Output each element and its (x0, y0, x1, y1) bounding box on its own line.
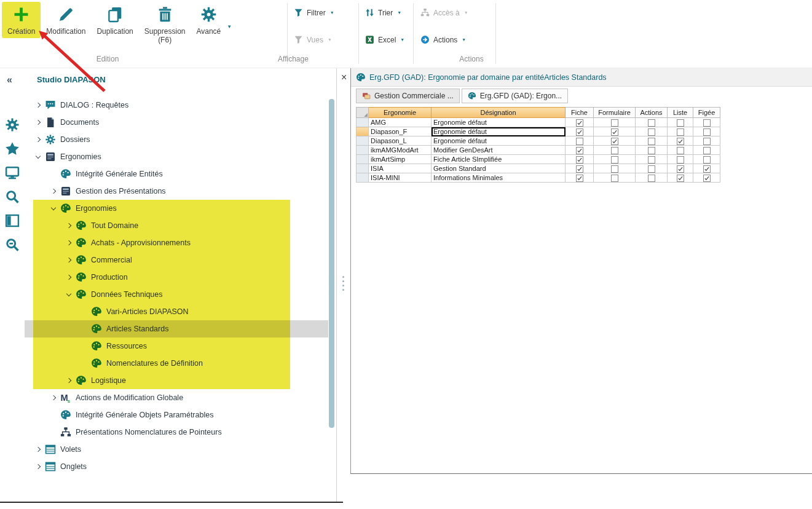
checkbox-checked[interactable] (611, 128, 618, 136)
tree-item-volets[interactable]: Volets (25, 441, 328, 458)
collapse-panel-button[interactable]: « (7, 74, 12, 85)
cell-liste[interactable] (668, 127, 693, 136)
splitter-grip[interactable] (342, 276, 344, 278)
row-selector[interactable] (357, 173, 369, 183)
cell-ergonomie[interactable]: ISIA (369, 164, 432, 173)
sidebar-layout-button[interactable] (5, 213, 20, 228)
tree-item-gestion-des-pr-sentations[interactable]: Gestion des Présentations (25, 183, 328, 200)
modification-button[interactable]: Modification (41, 2, 91, 38)
checkbox-checked[interactable] (576, 165, 583, 173)
column-header-actions[interactable]: Actions (636, 108, 668, 118)
cell-formulaire[interactable] (594, 118, 636, 127)
checkbox-checked[interactable] (576, 119, 583, 127)
chevron-down-icon[interactable] (64, 290, 74, 299)
chevron-right-icon[interactable] (64, 376, 74, 385)
cell-figee[interactable] (693, 164, 720, 173)
column-header-formulaire[interactable]: Formulaire (594, 108, 636, 118)
cell-ergonomie[interactable]: Diapason_L (369, 136, 432, 146)
cell-figee[interactable] (693, 127, 720, 136)
tree-item-nomenclatures-de-d-finition[interactable]: Nomenclatures de Définition (25, 355, 328, 372)
checkbox-unchecked[interactable] (703, 147, 711, 154)
filtrer-button[interactable]: Filtrer ▼ (294, 8, 334, 17)
cell-liste[interactable] (668, 164, 693, 173)
checkbox-checked[interactable] (677, 175, 684, 182)
tree-scrollbar[interactable] (329, 99, 334, 428)
checkbox-unchecked[interactable] (677, 156, 684, 164)
avance-dropdown-arrow-icon[interactable]: ▼ (227, 24, 232, 30)
sidebar-favorites-button[interactable] (5, 141, 20, 156)
acces-a-button[interactable]: Accès à ▼ (420, 8, 468, 17)
checkbox-unchecked[interactable] (703, 156, 711, 164)
tab-gestion-commerciale[interactable]: Gestion Commerciale ... (356, 89, 460, 103)
checkbox-unchecked[interactable] (648, 165, 655, 173)
cell-designation[interactable]: Ergonomie défaut (432, 136, 566, 146)
column-header-d-signation[interactable]: Désignation (432, 108, 566, 118)
tree-item-commercial[interactable]: Commercial (25, 251, 328, 269)
cell-figee[interactable] (693, 136, 720, 146)
tree-item-int-grit-g-n-rale-objets-param-trables[interactable]: Intégrité Générale Objets Paramétrables (25, 406, 328, 424)
cell-ergonomie[interactable]: Diapason_F (369, 127, 432, 136)
tree-item-documents[interactable]: Documents (25, 114, 328, 131)
cell-designation[interactable]: Ergonomie défaut (432, 118, 566, 127)
cell-designation[interactable]: Modifier GenDesArt (432, 146, 566, 155)
tree-item-ergonomies[interactable]: Ergonomies (25, 148, 328, 165)
chevron-right-icon[interactable] (33, 462, 43, 472)
cell-fiche[interactable] (566, 164, 594, 173)
row-selector[interactable] (357, 136, 369, 146)
checkbox-unchecked[interactable] (611, 147, 618, 154)
column-header-fiche[interactable]: Fiche (566, 108, 594, 118)
row-selector[interactable] (357, 118, 369, 127)
chevron-right-icon[interactable] (64, 238, 74, 248)
tree-item-achats-approvisionnements[interactable]: Achats - Approvisionnements (25, 234, 328, 251)
creation-button[interactable]: Création (2, 2, 41, 38)
checkbox-checked[interactable] (677, 138, 684, 145)
sidebar-advanced-search-button[interactable] (5, 237, 20, 252)
tree-item-actions-de-modification-globale[interactable]: MsActions de Modification Globale (25, 389, 328, 406)
checkbox-unchecked[interactable] (648, 128, 655, 136)
checkbox-unchecked[interactable] (703, 128, 711, 136)
chevron-down-icon[interactable] (33, 152, 43, 162)
checkbox-unchecked[interactable] (576, 138, 583, 145)
cell-designation[interactable]: Ergonomie défaut (432, 127, 566, 136)
cell-actions[interactable] (636, 155, 668, 164)
cell-formulaire[interactable] (594, 155, 636, 164)
cell-designation[interactable]: Gestion Standard (432, 164, 566, 173)
actions-button[interactable]: Actions ▼ (420, 35, 466, 44)
row-selector[interactable] (357, 164, 369, 173)
tree-item-int-grit-g-n-rale-entit-s[interactable]: Intégrité Générale Entités (25, 165, 328, 183)
cell-figee[interactable] (693, 155, 720, 164)
cell-fiche[interactable] (566, 118, 594, 127)
cell-liste[interactable] (668, 136, 693, 146)
cell-formulaire[interactable] (594, 164, 636, 173)
tree-item-vari-articles-diapason[interactable]: Vari-Articles DIAPASON (25, 303, 328, 320)
checkbox-checked[interactable] (576, 147, 583, 154)
chevron-down-icon[interactable] (49, 203, 58, 213)
vues-button[interactable]: Vues ▼ (294, 35, 332, 44)
tree-item-dialog-requ-tes[interactable]: DIALOG : Requêtes (25, 97, 328, 114)
tree-item-logistique[interactable]: Logistique (25, 372, 328, 389)
checkbox-unchecked[interactable] (677, 147, 684, 154)
cell-formulaire[interactable] (594, 127, 636, 136)
tab-erg-gfd-gad-ergon[interactable]: Erg.GFD (GAD): Ergon... (462, 89, 568, 103)
chevron-right-icon[interactable] (64, 272, 74, 282)
cell-designation[interactable]: Informations Minimales (432, 173, 566, 183)
checkbox-unchecked[interactable] (611, 119, 618, 127)
cell-actions[interactable] (636, 173, 668, 183)
cell-liste[interactable] (668, 155, 693, 164)
sidebar-search-button[interactable] (5, 189, 20, 204)
cell-ergonomie[interactable]: ikmAMGModArt (369, 146, 432, 155)
tree-item-pr-sentations-nomenclatures-de-pointeurs[interactable]: Présentations Nomenclatures de Pointeurs (25, 424, 328, 441)
tree-item-production[interactable]: Production (25, 269, 328, 286)
tree-item-donn-es-techniques[interactable]: Données Techniques (25, 286, 328, 303)
checkbox-checked[interactable] (576, 175, 583, 182)
checkbox-unchecked[interactable] (677, 119, 684, 127)
checkbox-unchecked[interactable] (648, 156, 655, 164)
column-header-ergonomie[interactable]: Ergonomie (369, 108, 432, 118)
avance-button[interactable]: Avancé (191, 2, 226, 38)
cell-fiche[interactable] (566, 136, 594, 146)
cell-designation[interactable]: Fiche Article SImplifiée (432, 155, 566, 164)
cell-actions[interactable] (636, 127, 668, 136)
checkbox-unchecked[interactable] (648, 119, 655, 127)
cell-formulaire[interactable] (594, 173, 636, 183)
checkbox-unchecked[interactable] (648, 138, 655, 145)
